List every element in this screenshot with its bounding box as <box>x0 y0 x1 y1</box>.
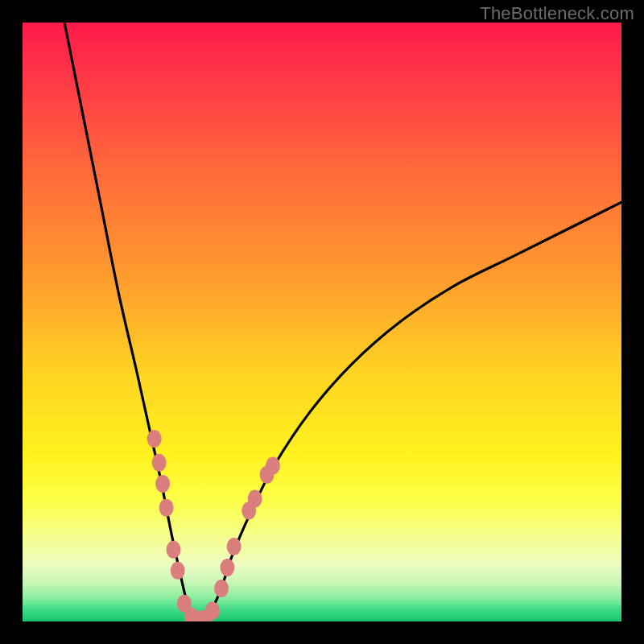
marker-dot <box>214 580 229 597</box>
marker-dot <box>152 454 167 472</box>
marker-group <box>147 430 280 621</box>
marker-dot <box>159 499 174 517</box>
marker-dot <box>266 457 280 475</box>
marker-dot <box>171 562 185 580</box>
chart-frame <box>23 23 621 621</box>
curve-layer <box>23 23 621 621</box>
marker-dot <box>248 489 262 507</box>
watermark-text: TheBottleneck.com <box>480 3 634 24</box>
plot-area <box>23 23 621 621</box>
marker-dot <box>205 602 220 620</box>
marker-dot <box>166 541 180 559</box>
marker-dot <box>220 559 234 576</box>
marker-dot <box>227 538 242 555</box>
bottleneck-curve <box>64 23 621 621</box>
marker-dot <box>155 475 170 493</box>
marker-dot <box>147 430 162 448</box>
